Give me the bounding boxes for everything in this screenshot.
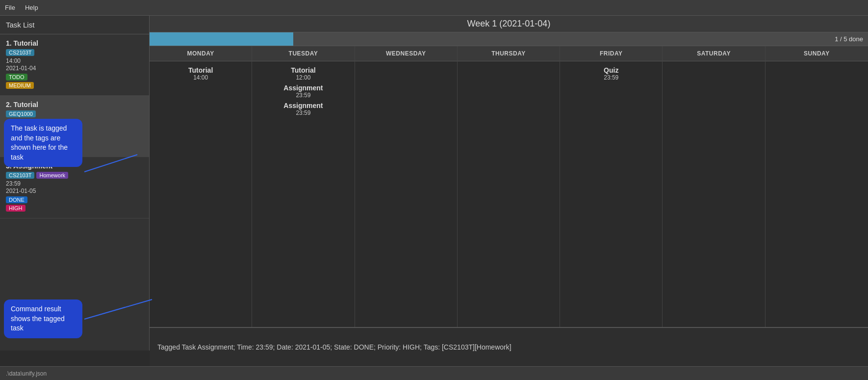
menu-help[interactable]: Help xyxy=(25,4,38,11)
task-date: 2021-01-05 xyxy=(6,188,143,194)
task-tag: CS2103T xyxy=(6,49,34,56)
day-column: FRIDAYQuiz23:59 xyxy=(560,46,663,350)
day-content xyxy=(663,61,765,350)
day-column: TUESDAYTutorial12:00Assignment23:59Assig… xyxy=(252,46,355,350)
day-header: FRIDAY xyxy=(560,46,662,61)
day-header: MONDAY xyxy=(150,46,252,61)
calendar-event-name: Assignment xyxy=(255,102,352,109)
task-priority-tag: MEDIUM xyxy=(6,82,34,89)
task-status-tag: TODO xyxy=(6,74,27,81)
task-status-tags: DONE xyxy=(6,196,143,203)
calendar-event-time: 23:59 xyxy=(255,109,352,116)
task-tag: Homework xyxy=(36,172,68,179)
calendar-event-time: 23:59 xyxy=(255,92,352,99)
day-column: MONDAYTutorial14:00 xyxy=(150,46,252,350)
day-column: WEDNESDAY xyxy=(355,46,458,350)
day-column: SATURDAY xyxy=(663,46,765,350)
task-status-tag: DONE xyxy=(6,196,27,203)
calendar-event[interactable]: Tutorial14:00 xyxy=(152,66,249,81)
menu-file[interactable]: File xyxy=(5,4,15,11)
task-tag: CS2103T xyxy=(6,172,34,179)
day-column: THURSDAY xyxy=(458,46,560,350)
status-bar: .\data\unify.json xyxy=(0,366,868,380)
calendar-event-name: Tutorial xyxy=(255,66,352,74)
calendar-event-time: 12:00 xyxy=(255,74,352,81)
progress-bar-fill xyxy=(150,32,293,46)
day-content: Tutorial14:00 xyxy=(150,61,252,350)
command-result-text: Tagged Task Assignment; Time: 23:59; Dat… xyxy=(157,343,511,351)
task-list-title: Task List xyxy=(0,16,149,34)
calendar-event-name: Tutorial xyxy=(152,66,249,74)
progress-label: 1 / 5 done xyxy=(835,35,863,43)
task-time: 14:00 xyxy=(6,57,143,64)
day-header: SUNDAY xyxy=(766,46,868,61)
task-item[interactable]: 1. TutorialCS2103T14:002021-01-04TODOMED… xyxy=(0,34,149,96)
day-content xyxy=(355,61,457,350)
annotation-bubble-2-text: Command result shows the tagged task xyxy=(11,305,65,332)
day-column: SUNDAY xyxy=(766,46,868,350)
annotation-bubble-1: The task is tagged and the tags are show… xyxy=(4,119,82,167)
calendar-event[interactable]: Assignment23:59 xyxy=(255,84,352,99)
main-area: Week 1 (2021-01-04) 1 / 5 done MONDAYTut… xyxy=(150,16,868,351)
task-priority-tag: HIGH xyxy=(6,205,26,212)
annotation-bubble-1-text: The task is tagged and the tags are show… xyxy=(11,124,68,161)
task-date: 2021-01-04 xyxy=(6,65,143,72)
task-status-tags: TODO xyxy=(6,74,143,81)
calendar-event[interactable]: Quiz23:59 xyxy=(562,66,660,81)
day-header: SATURDAY xyxy=(663,46,765,61)
day-content xyxy=(766,61,868,350)
day-content: Tutorial12:00Assignment23:59Assignment23… xyxy=(252,61,354,350)
annotation-bubble-2: Command result shows the tagged task xyxy=(4,299,82,338)
progress-bar-container: 1 / 5 done xyxy=(150,32,868,46)
calendar-event-time: 14:00 xyxy=(152,74,249,81)
task-tag: GEQ1000 xyxy=(6,110,36,117)
task-item-title: 2. Tutorial xyxy=(6,101,143,109)
calendar-event-time: 23:59 xyxy=(562,74,660,81)
week-header: Week 1 (2021-01-04) xyxy=(150,16,868,32)
task-module-tags: CS2103T xyxy=(6,49,143,56)
calendar-event-name: Quiz xyxy=(562,66,660,74)
day-content: Quiz23:59 xyxy=(560,61,662,350)
calendar-event[interactable]: Tutorial12:00 xyxy=(255,66,352,81)
task-item-title: 1. Tutorial xyxy=(6,39,143,47)
day-header: TUESDAY xyxy=(252,46,354,61)
calendar-event[interactable]: Assignment23:59 xyxy=(255,102,352,116)
task-module-tags: CS2103THomework xyxy=(6,172,143,179)
status-path: .\data\unify.json xyxy=(6,370,47,377)
day-content xyxy=(458,61,560,350)
day-header: THURSDAY xyxy=(458,46,560,61)
task-time: 23:59 xyxy=(6,180,143,187)
task-priority-tags: HIGH xyxy=(6,205,143,212)
menu-bar: File Help xyxy=(0,0,868,16)
task-module-tags: GEQ1000 xyxy=(6,110,143,117)
calendar-event-name: Assignment xyxy=(255,84,352,92)
day-header: WEDNESDAY xyxy=(355,46,457,61)
calendar-grid: MONDAYTutorial14:00TUESDAYTutorial12:00A… xyxy=(150,46,868,351)
task-priority-tags: MEDIUM xyxy=(6,82,143,89)
command-area: Tagged Task Assignment; Time: 23:59; Dat… xyxy=(150,327,868,366)
